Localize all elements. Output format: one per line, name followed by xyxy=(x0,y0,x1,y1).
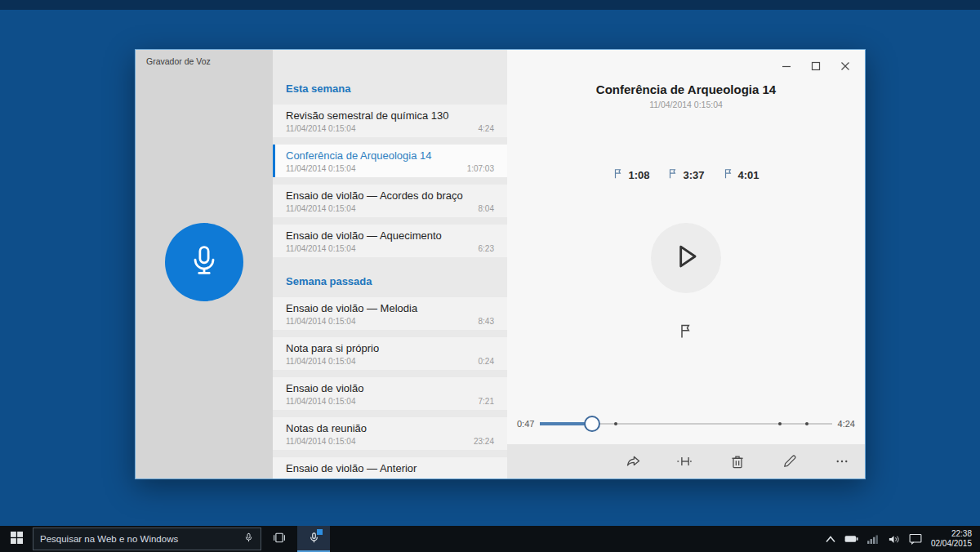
recordings-list: Esta semana Revisão semestral de química… xyxy=(273,50,507,479)
voice-recorder-app-icon xyxy=(308,531,320,548)
delete-button[interactable] xyxy=(728,452,747,471)
microphone-icon xyxy=(186,243,222,282)
recording-title: Ensaio de violão — Anterior xyxy=(286,462,494,474)
list-item-selected[interactable]: Conferência de Arqueologia 14 11/04/2014… xyxy=(273,145,507,177)
total-time-label: 4:24 xyxy=(838,419,855,429)
list-item[interactable]: Revisão semestral de química 130 11/04/2… xyxy=(273,105,507,137)
flag-marker[interactable]: 3:37 xyxy=(667,168,704,182)
play-button[interactable] xyxy=(651,223,721,293)
volume-icon[interactable] xyxy=(884,526,905,552)
recording-title: Conferência de Arqueologia 14 xyxy=(286,149,494,162)
list-item[interactable]: Ensaio de violão — Melodia 11/04/2014 0:… xyxy=(273,297,507,330)
close-button[interactable] xyxy=(831,55,860,77)
search-microphone-icon xyxy=(243,532,254,547)
recording-duration: 0:24 xyxy=(479,357,494,366)
flag-icon xyxy=(723,168,734,182)
clock-date: 02/04/2015 xyxy=(931,539,972,550)
tray-chevron-up-icon[interactable] xyxy=(820,526,841,552)
network-icon[interactable] xyxy=(862,526,884,552)
marker-time: 4:01 xyxy=(738,169,760,181)
recording-duration: 8:04 xyxy=(479,204,494,213)
share-button[interactable] xyxy=(623,452,643,471)
player-pane: Conferência de Arqueologia 14 11/04/2014… xyxy=(507,50,865,479)
slider-marker-dot xyxy=(805,422,808,425)
list-item[interactable]: Notas da reunião 11/04/2014 0:15:0423:24 xyxy=(273,417,507,450)
recording-duration: 6:23 xyxy=(479,244,494,253)
add-flag-button[interactable] xyxy=(675,323,697,344)
desktop: Gravador de Voz Esta semana Revisão seme… xyxy=(0,0,980,552)
recording-duration: 1:07:03 xyxy=(467,164,494,173)
recording-duration: 8:43 xyxy=(479,317,494,326)
flag-markers: 1:08 3:37 4:01 xyxy=(612,168,759,182)
seek-slider[interactable] xyxy=(540,415,831,433)
recording-date: 11/04/2014 0:15:04 xyxy=(286,164,355,173)
marker-time: 3:37 xyxy=(683,169,704,181)
recording-title: Ensaio de violão xyxy=(286,382,494,394)
player-recording-date: 11/04/2014 0:15:04 xyxy=(649,100,723,109)
playback-slider-row: 0:47 4:24 xyxy=(517,415,855,433)
list-item[interactable]: Ensaio de violão — Acordes do braço 11/0… xyxy=(273,185,507,217)
recording-title: Ensaio de violão — Acordes do braço xyxy=(286,189,494,202)
battery-icon[interactable] xyxy=(841,526,862,552)
current-time-label: 0:47 xyxy=(517,419,534,429)
recording-date: 11/04/2014 0:15:04 xyxy=(286,244,355,253)
desktop-wallpaper-band xyxy=(0,0,980,10)
slider-marker-dot xyxy=(614,422,617,425)
recording-title: Ensaio de violão — Aquecimento xyxy=(286,229,494,242)
recording-title: Nota para si próprio xyxy=(286,342,494,354)
recording-date: 11/04/2014 0:15:04 xyxy=(286,204,355,213)
task-view-button[interactable] xyxy=(261,526,297,552)
player-recording-title: Conferência de Arqueologia 14 xyxy=(596,82,776,96)
start-button[interactable] xyxy=(0,526,33,552)
taskbar: Pesquisar na Web e no Windows xyxy=(0,526,980,552)
more-button[interactable] xyxy=(832,452,852,471)
slider-marker-dot xyxy=(778,422,782,425)
minimize-button[interactable] xyxy=(772,55,801,77)
list-item[interactable]: Ensaio de violão — Anterior xyxy=(273,457,507,479)
record-pane: Gravador de Voz xyxy=(136,50,273,479)
recording-date: 11/04/2014 0:15:04 xyxy=(286,124,355,133)
slider-thumb[interactable] xyxy=(584,416,600,432)
flag-icon xyxy=(678,323,694,343)
search-placeholder: Pesquisar na Web e no Windows xyxy=(40,534,237,544)
voice-recorder-window: Gravador de Voz Esta semana Revisão seme… xyxy=(135,49,866,479)
recording-date: 11/04/2014 0:15:04 xyxy=(286,397,355,406)
record-button[interactable] xyxy=(165,223,243,301)
rename-button[interactable] xyxy=(780,452,800,471)
taskbar-app-voice-recorder[interactable] xyxy=(297,526,330,552)
section-header-last-week: Semana passada xyxy=(273,275,507,287)
recording-duration: 7:21 xyxy=(479,397,494,406)
section-header-this-week: Esta semana xyxy=(273,82,507,95)
maximize-button[interactable] xyxy=(801,55,831,77)
window-controls xyxy=(772,55,860,77)
windows-logo-icon xyxy=(11,532,23,547)
list-item[interactable]: Ensaio de violão — Aquecimento 11/04/201… xyxy=(273,225,507,257)
window-title: Gravador de Voz xyxy=(146,56,211,66)
task-view-icon xyxy=(272,532,287,547)
recording-title: Revisão semestral de química 130 xyxy=(286,109,494,122)
recording-date: 11/04/2014 0:15:04 xyxy=(286,357,355,366)
action-center-icon[interactable] xyxy=(905,526,926,552)
marker-time: 1:08 xyxy=(628,169,649,181)
flag-icon xyxy=(612,168,624,182)
flag-icon xyxy=(667,168,679,182)
list-item[interactable]: Ensaio de violão 11/04/2014 0:15:047:21 xyxy=(273,377,507,410)
recording-duration: 4:24 xyxy=(479,124,494,133)
flag-marker[interactable]: 1:08 xyxy=(612,168,649,182)
recording-date: 11/04/2014 0:15:04 xyxy=(286,437,355,446)
clock-time: 22:38 xyxy=(951,529,972,540)
list-item[interactable]: Nota para si próprio 11/04/2014 0:15:040… xyxy=(273,337,507,370)
trim-button[interactable] xyxy=(675,452,695,471)
taskbar-clock[interactable]: 22:38 02/04/2015 xyxy=(926,526,980,552)
player-toolbar xyxy=(507,444,865,479)
play-icon xyxy=(670,241,702,275)
system-tray: 22:38 02/04/2015 xyxy=(820,526,980,552)
recording-title: Notas da reunião xyxy=(286,422,494,434)
recording-date: 11/04/2014 0:15:04 xyxy=(286,317,355,326)
recording-title: Ensaio de violão — Melodia xyxy=(286,302,494,314)
recording-duration: 23:24 xyxy=(474,437,494,446)
taskbar-search[interactable]: Pesquisar na Web e no Windows xyxy=(33,528,261,550)
flag-marker[interactable]: 4:01 xyxy=(723,168,760,182)
